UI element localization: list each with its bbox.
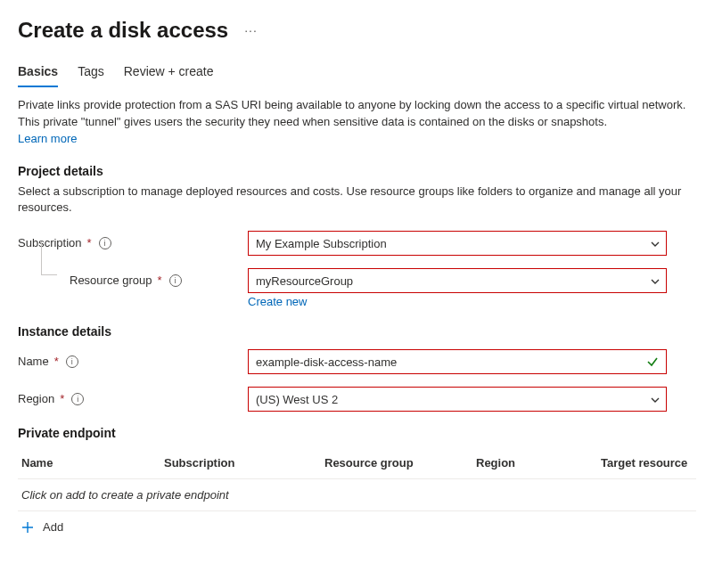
table-empty-row: Click on add to create a private endpoin… [18, 478, 696, 511]
name-value: example-disk-access-name [256, 355, 646, 369]
learn-more-link[interactable]: Learn more [18, 132, 77, 145]
tab-basics[interactable]: Basics [18, 64, 58, 87]
more-actions-icon[interactable]: ··· [244, 23, 258, 37]
info-icon[interactable]: i [66, 355, 78, 368]
intro-body: Private links provide protection from a … [18, 98, 685, 128]
table-header-row: Name Subscription Resource group Region … [18, 447, 696, 478]
tabs-bar: Basics Tags Review + create [18, 64, 696, 88]
required-asterisk: * [87, 236, 92, 249]
col-name: Name [21, 456, 164, 470]
plus-icon [21, 521, 34, 534]
resource-group-value: myResourceGroup [256, 274, 650, 288]
subscription-dropdown[interactable]: My Example Subscription [248, 231, 667, 256]
col-target-resource: Target resource [601, 456, 693, 470]
region-dropdown[interactable]: (US) West US 2 [248, 387, 667, 412]
resource-group-dropdown[interactable]: myResourceGroup [248, 268, 667, 293]
project-details-heading: Project details [18, 164, 696, 178]
tab-tags[interactable]: Tags [78, 64, 104, 87]
name-label: Name [18, 355, 49, 368]
tree-connector [41, 241, 57, 275]
col-region: Region [476, 456, 601, 470]
chevron-down-icon [650, 239, 659, 248]
name-input[interactable]: example-disk-access-name [248, 349, 667, 374]
chevron-down-icon [650, 276, 659, 285]
create-new-link[interactable]: Create new [248, 295, 307, 308]
project-details-desc: Select a subscription to manage deployed… [18, 184, 695, 217]
required-asterisk: * [60, 392, 64, 405]
required-asterisk: * [158, 274, 162, 287]
check-icon [646, 355, 659, 368]
required-asterisk: * [54, 355, 59, 368]
page-title: Create a disk access [18, 18, 228, 43]
add-label: Add [43, 520, 63, 534]
add-endpoint-button[interactable]: Add [18, 511, 696, 543]
col-resource-group: Resource group [324, 456, 476, 470]
info-icon[interactable]: i [169, 274, 182, 287]
tab-review-create[interactable]: Review + create [124, 64, 214, 87]
info-icon[interactable]: i [71, 393, 84, 405]
private-endpoint-heading: Private endpoint [18, 426, 696, 440]
info-icon[interactable]: i [99, 237, 111, 249]
instance-details-heading: Instance details [18, 324, 696, 339]
chevron-down-icon [650, 395, 659, 404]
col-subscription: Subscription [164, 456, 324, 470]
endpoint-table: Name Subscription Resource group Region … [18, 447, 696, 543]
intro-text: Private links provide protection from a … [18, 97, 695, 148]
region-label: Region [18, 392, 54, 405]
subscription-value: My Example Subscription [256, 237, 650, 250]
region-value: (US) West US 2 [256, 393, 650, 406]
resource-group-label: Resource group [70, 274, 152, 287]
